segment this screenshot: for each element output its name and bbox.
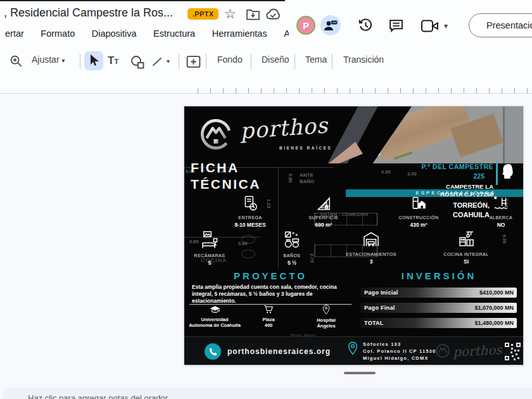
cocina-icon — [457, 231, 475, 248]
spec-estacionamientos: ESTACIONAMIENTOS 3 — [343, 231, 400, 265]
alberca-icon — [493, 195, 509, 212]
cart-icon — [263, 305, 274, 314]
proyecto-description: Esta amplia propiedad cuenta con sala, c… — [192, 284, 352, 305]
recamaras-icon — [201, 231, 218, 250]
menubar: ertar Formato Diapositiva Estructura Her… — [0, 28, 289, 42]
toolbar-divider — [179, 54, 179, 69]
comments-icon[interactable] — [388, 18, 404, 34]
banos-icon — [283, 231, 301, 250]
line-tool-icon[interactable] — [151, 55, 164, 68]
slide-footer: porthosbienesraices.org Sófocles 133 Col… — [184, 336, 524, 365]
avatar[interactable]: P — [296, 16, 315, 35]
footer-address-line3: Miguel Hidalgo, CDMX — [363, 355, 429, 361]
estacionamientos-icon — [362, 231, 380, 248]
window-edge — [0, 0, 285, 1]
textbox-tool-button[interactable]: TT — [108, 54, 118, 67]
layout-button[interactable]: Diseño — [258, 53, 293, 66]
speaker-notes-panel[interactable]: Haz clic para agregar notas del orador — [3, 388, 532, 399]
footer-address-line1: Sófocles 133 — [363, 341, 401, 347]
pptx-format-badge: .PPTX — [187, 8, 218, 20]
meet-camera-icon[interactable] — [421, 19, 440, 33]
menu-formato[interactable]: Formato — [41, 28, 75, 39]
move-folder-icon[interactable] — [246, 8, 260, 20]
photo-road — [503, 106, 524, 163]
inversion-heading: INVERSIÓN — [360, 270, 518, 281]
blueprint-dim: 4.00 — [502, 234, 507, 244]
location-pin-icon — [322, 305, 330, 315]
porthos-logo-icon — [200, 118, 232, 151]
blueprint-oval — [241, 250, 255, 258]
brand-tagline: BIENES RAÍCES — [279, 146, 332, 150]
cloud-status-icon[interactable] — [265, 8, 282, 20]
speaker-notes-placeholder: Haz clic para agregar notas del orador — [28, 393, 168, 399]
editing-canvas[interactable]: ANTE BAÑO ESTAR - COMEDOR COCINA 0.60 2.… — [0, 94, 532, 399]
star-icon[interactable]: ☆ — [224, 6, 236, 22]
toolbar-divider — [206, 54, 206, 69]
ruler-ticks — [198, 88, 532, 93]
toolbar-divider — [251, 54, 251, 69]
address-number: 225 — [343, 172, 493, 180]
brand-name: porthos — [239, 112, 329, 144]
spec-banos: BAÑOS 5 ½ — [263, 231, 320, 266]
camera-dropdown-caret[interactable]: ▾ — [444, 22, 448, 30]
toolbar-divider — [80, 54, 80, 69]
qr-code — [504, 342, 521, 361]
landmark-hospital: Hospital Ángeles — [305, 305, 348, 329]
document-title[interactable]: , Residencial Campestre la Ros... — [4, 6, 173, 20]
footer-pin-icon — [348, 341, 358, 355]
transition-button[interactable]: Transición — [339, 53, 388, 66]
watermark-text: porthos — [452, 342, 502, 360]
spec-cocina: COCINA INTEGRAL SI — [438, 231, 495, 265]
notes-resize-handle[interactable] — [344, 372, 376, 374]
shape-tool-icon[interactable] — [130, 54, 145, 70]
cursor-icon — [84, 51, 103, 70]
spec-construccion: CONSTRUCCIÓN 430 m² — [390, 195, 447, 228]
fit-zoom-select[interactable]: Ajustar ▾ — [28, 53, 69, 66]
person-add-icon — [320, 15, 341, 35]
address-accent-bar — [496, 162, 498, 185]
footer-address-line2: Col. Polanco II CP 11530 — [363, 348, 436, 354]
graduation-cap-icon — [210, 305, 220, 314]
zoom-icon[interactable] — [9, 54, 23, 68]
slide-canvas[interactable]: ANTE BAÑO ESTAR - COMEDOR COCINA 0.60 2.… — [184, 106, 524, 365]
share-button[interactable] — [320, 15, 341, 35]
landmark-universidad: Universidad Autónoma de Coahuila — [186, 305, 244, 328]
spec-alberca: ALBERCA NO — [472, 195, 524, 228]
whatsapp-icon — [205, 343, 221, 360]
toolbar-divider — [332, 54, 332, 69]
address-street: P.º DEL CAMPESTRE — [343, 163, 493, 170]
watermark-logo-icon — [435, 343, 450, 358]
inversion-row: Pago Final $1,070,000 MN — [360, 303, 517, 313]
insert-placeholder-icon[interactable] — [186, 54, 201, 69]
version-history-icon[interactable] — [357, 17, 374, 34]
blueprint-label: ANTE — [300, 172, 314, 178]
superficie-icon — [315, 195, 332, 212]
entrega-icon — [242, 195, 258, 212]
inversion-row: TOTAL $1,480,000 MN — [360, 318, 517, 328]
present-button[interactable]: Presentación — [469, 13, 532, 37]
top-chrome: , Residencial Campestre la Ros... .PPTX … — [0, 0, 532, 94]
menu-insertar[interactable]: ertar — [5, 28, 24, 39]
menu-ayuda[interactable]: Ayuda — [284, 28, 289, 39]
select-tool-button[interactable] — [84, 51, 103, 70]
landmark-plaza: Plaza 400 — [248, 305, 289, 328]
google-slides-window: , Residencial Campestre la Ros... .PPTX … — [0, 0, 532, 399]
menu-herramientas[interactable]: Herramientas — [212, 28, 267, 39]
blueprint-dim: 0.86 — [288, 174, 293, 183]
spec-superficie: SUPERFICIE 690 m² — [295, 195, 352, 228]
spec-entrega: ENTREGA 8-10 MESES — [222, 195, 279, 228]
fit-caret-icon: ▾ — [61, 57, 65, 64]
proyecto-heading: PROYECTO — [184, 270, 357, 281]
menu-diapositiva[interactable]: Diapositiva — [92, 28, 137, 39]
line-tool-caret[interactable]: ▾ — [167, 58, 170, 65]
construccion-icon — [410, 195, 427, 212]
slide-title: FICHA TÉCNICA — [191, 160, 261, 193]
background-button[interactable]: Fondo — [213, 53, 246, 66]
profile-silhouette-icon — [501, 163, 516, 184]
blueprint-dim: 0.80 — [238, 241, 248, 246]
toolbar-divider — [294, 54, 295, 69]
blueprint-label: BAÑO — [300, 179, 315, 184]
theme-button[interactable]: Tema — [301, 53, 331, 66]
inversion-row: Pago Inicial $410,000 MN — [360, 288, 517, 298]
menu-estructura[interactable]: Estructura — [153, 28, 195, 39]
